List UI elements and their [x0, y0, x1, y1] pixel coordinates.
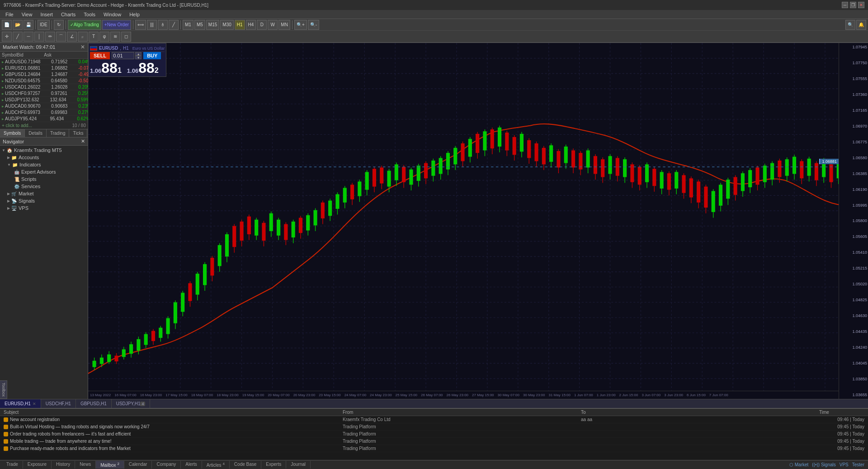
nav-item-indicators[interactable]: ▼ 📁 Indicators: [0, 161, 88, 168]
market-watch-row[interactable]: ▸USDCAD 1.26022 1.26028 0.20%: [0, 84, 88, 90]
period-h4-button[interactable]: H4: [246, 20, 256, 30]
market-watch-close[interactable]: ✕: [80, 44, 85, 50]
market-link[interactable]: ⬡ Market: [789, 462, 808, 467]
qty-down-arrow[interactable]: ▼: [135, 56, 142, 59]
mail-row[interactable]: Built-in Virtual Hosting — trading robot…: [0, 423, 868, 431]
candle-button[interactable]: 🕯: [158, 20, 168, 30]
tab-company[interactable]: Company: [152, 461, 181, 469]
tab-mailbox[interactable]: Mailbox 2: [96, 461, 124, 469]
mail-row[interactable]: New account registration Kraemfx Trading…: [0, 416, 868, 423]
navigator-close[interactable]: ✕: [81, 138, 85, 144]
pencil-button[interactable]: ✏: [45, 32, 55, 42]
tab-journal[interactable]: Journal: [286, 461, 311, 469]
nav-item-signals[interactable]: ▶ 📡 Signals: [0, 197, 88, 204]
quantity-input[interactable]: [112, 52, 134, 59]
period-m1-button[interactable]: M1: [183, 20, 193, 30]
period-m15-button[interactable]: M15: [206, 20, 219, 30]
nav-item-market[interactable]: ▶ 🛒 Market: [0, 190, 88, 197]
tester-link[interactable]: Tester: [852, 462, 864, 467]
menu-help[interactable]: Help: [126, 11, 143, 18]
buy-button[interactable]: BUY: [143, 52, 161, 59]
shapes-button[interactable]: ◻: [121, 32, 131, 42]
restore-button[interactable]: ❐: [850, 2, 856, 8]
mail-row[interactable]: Purchase ready-made robots and indicator…: [0, 445, 868, 452]
mw-add-label[interactable]: + click to add...: [2, 123, 32, 128]
refresh-button[interactable]: ↻: [54, 20, 64, 30]
chart-tab-eurusd[interactable]: EURUSD,H1 ✕: [0, 399, 41, 408]
mw-tab-details[interactable]: Details: [25, 129, 47, 137]
mail-row[interactable]: Mobile trading — trade from anywhere at …: [0, 438, 868, 445]
chart-tab-eurusd-close[interactable]: ✕: [33, 402, 36, 406]
nav-item-expert-advisors[interactable]: 🤖 Expert Advisors: [0, 168, 88, 175]
chart-tab-gbpusd[interactable]: GBPUSD,H1: [76, 399, 112, 408]
tab-alerts[interactable]: Alerts: [181, 461, 202, 469]
menu-insert[interactable]: Insert: [37, 11, 57, 18]
tab-history[interactable]: History: [52, 461, 75, 469]
nav-item-services[interactable]: ⚙️ Services: [0, 183, 88, 190]
period-w1-button[interactable]: W: [268, 20, 278, 30]
save-button[interactable]: 💾: [24, 20, 33, 30]
nav-item-accounts[interactable]: ▶ 📁 Accounts: [0, 154, 88, 161]
algo-trading-button[interactable]: ✓ Algo Trading: [68, 20, 101, 30]
hline-button[interactable]: ─: [24, 32, 33, 42]
mw-tab-symbols[interactable]: Symbols: [0, 129, 25, 137]
channel-button[interactable]: ⟔: [78, 32, 88, 42]
vline-button[interactable]: │: [34, 32, 44, 42]
toolbox-tab[interactable]: Toolbox: [0, 380, 7, 399]
line-chart-button[interactable]: ╱: [169, 20, 179, 30]
window-controls[interactable]: ─ ❐ ✕: [842, 2, 864, 8]
market-watch-row[interactable]: ▸USDCHF 0.97257 0.97261 0.25%: [0, 90, 88, 97]
market-watch-row[interactable]: ▸AUDJPY 95.424 95.434 0.62%: [0, 116, 88, 122]
zoom-in-button[interactable]: 🔍+: [294, 20, 307, 30]
tab-experts[interactable]: Experts: [261, 461, 286, 469]
crosshair-button[interactable]: ✛: [2, 32, 12, 42]
new-button[interactable]: 📄: [2, 20, 12, 30]
zoom-out-button[interactable]: 🔍-: [308, 20, 319, 30]
menu-file[interactable]: File: [2, 11, 17, 18]
close-button[interactable]: ✕: [858, 2, 864, 8]
nav-item-scripts[interactable]: 📜 Scripts: [0, 175, 88, 183]
line-tool-button[interactable]: ╱: [13, 32, 23, 42]
tab-codebase[interactable]: Code Base: [230, 461, 261, 469]
market-watch-row[interactable]: ▸AUDCHF 0.69973 0.69983 0.27%: [0, 109, 88, 116]
mw-tab-ticks[interactable]: Ticks: [69, 129, 87, 137]
notification-button[interactable]: 🔔: [856, 20, 866, 30]
search-button[interactable]: 🔍: [845, 20, 855, 30]
ide-button[interactable]: IDE: [38, 20, 50, 30]
nav-item-vps[interactable]: ▶ 🖥️ VPS: [0, 204, 88, 212]
chart-arrows-button[interactable]: ⟺: [135, 20, 146, 30]
chart-tab-usdchf[interactable]: USDCHF,H1: [41, 399, 76, 408]
tab-exposure[interactable]: Exposure: [23, 461, 52, 469]
menu-window[interactable]: Window: [100, 11, 125, 18]
menu-tools[interactable]: Tools: [80, 11, 99, 18]
mw-tab-trading[interactable]: Trading: [47, 129, 70, 137]
bar-chart-button[interactable]: |||: [147, 20, 157, 30]
period-m30-button[interactable]: M30: [220, 20, 233, 30]
market-watch-row[interactable]: ▸NZDUSD 0.64575 0.64580 -0.50%: [0, 78, 88, 84]
qty-up-arrow[interactable]: ▲: [135, 52, 142, 56]
nav-item-kraemfx-trading-mt5[interactable]: ▼ 🏠 Kraemfx Trading MT5: [0, 147, 88, 154]
tab-calendar[interactable]: Calendar: [124, 461, 152, 469]
market-watch-row[interactable]: ▸USDJPY 132.632 132.634 0.59%: [0, 97, 88, 103]
fib-button[interactable]: φ: [99, 32, 109, 42]
market-watch-row[interactable]: ▸EURUSD 1.06881 1.06882 -0.07%: [0, 65, 88, 71]
chart-tab-usdjpy[interactable]: USDJPY,H1 4: [112, 399, 151, 408]
angle-button[interactable]: ∠: [67, 32, 77, 42]
elliott-button[interactable]: ≋: [110, 32, 120, 42]
minimize-button[interactable]: ─: [842, 2, 848, 8]
period-mn-button[interactable]: MN: [278, 20, 290, 30]
period-h1-button[interactable]: H1: [235, 20, 245, 30]
market-watch-row[interactable]: ▸AUDUSD 0.71948 0.71952 0.04%: [0, 59, 88, 65]
new-order-button[interactable]: + New Order: [102, 20, 131, 30]
market-watch-row[interactable]: ▸GBPUSD 1.24684 1.24687 -0.49%: [0, 71, 88, 78]
tab-trade[interactable]: Trade: [2, 461, 23, 469]
tab-articles[interactable]: Articles 4: [202, 461, 230, 469]
period-d1-button[interactable]: D: [257, 20, 267, 30]
open-button[interactable]: 📂: [13, 20, 23, 30]
menu-charts[interactable]: Charts: [57, 11, 79, 18]
menu-view[interactable]: View: [18, 11, 36, 18]
text-button[interactable]: T: [89, 32, 99, 42]
sell-button[interactable]: SELL: [90, 52, 110, 59]
period-m5-button[interactable]: M5: [194, 20, 205, 30]
curve-button[interactable]: ⌒: [56, 32, 66, 42]
